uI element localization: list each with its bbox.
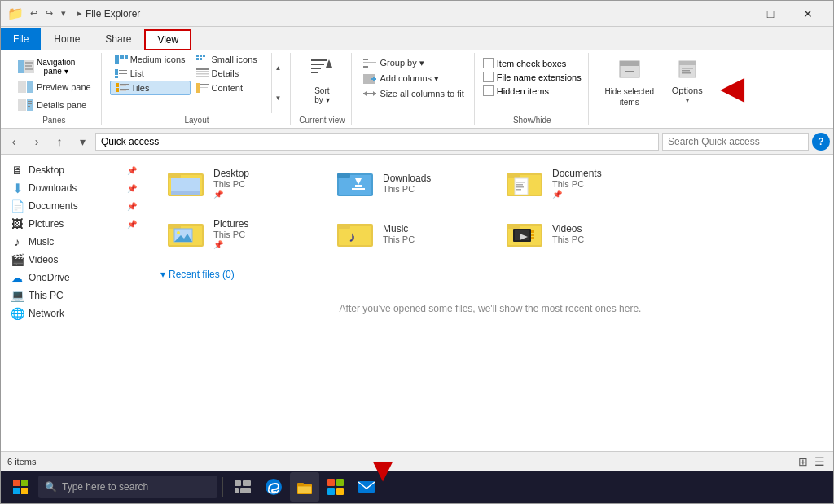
folder-downloads[interactable]: Downloads This PC [330, 161, 493, 205]
tab-share[interactable]: Share [93, 28, 143, 50]
item-check-boxes-checkbox[interactable] [483, 58, 494, 68]
search-input[interactable] [662, 133, 809, 151]
svg-rect-76 [352, 188, 365, 190]
taskbar-search-bar[interactable]: 🔍 Type here to search [38, 476, 217, 498]
layout-group: Medium icons Small icons List [103, 53, 292, 125]
details-toggle[interactable]: ☰ [813, 455, 827, 468]
list-button[interactable]: List [110, 67, 191, 80]
customize-toolbar-button[interactable]: ▾ [58, 7, 69, 20]
svg-rect-102 [531, 234, 534, 236]
up-button[interactable]: ↑ [50, 132, 69, 151]
sidebar-item-desktop[interactable]: 🖥 Desktop 📌 [1, 161, 147, 179]
sidebar-item-music[interactable]: ♪ Music [1, 233, 147, 251]
svg-rect-84 [516, 189, 521, 191]
forward-button[interactable]: › [27, 132, 46, 151]
small-icons-button[interactable]: Small icons [191, 53, 272, 66]
sidebar-item-downloads[interactable]: ⬇ Downloads 📌 [1, 179, 147, 197]
recent-files-label: Recent files (0) [169, 269, 235, 280]
folder-pictures[interactable]: Pictures This PC 📌 [160, 212, 323, 256]
svg-rect-38 [200, 84, 209, 85]
redo-button[interactable]: ↪ [42, 7, 56, 20]
panes-group-label: Panes [14, 113, 94, 125]
undo-button[interactable]: ↩ [27, 7, 41, 20]
svg-rect-108 [235, 480, 241, 486]
folder-music[interactable]: ♪ Music This PC [330, 212, 493, 256]
sidebar-item-documents[interactable]: 📄 Documents 📌 [1, 197, 147, 215]
content-label: Content [212, 83, 244, 93]
sidebar-item-onedrive-label: OneDrive [29, 272, 70, 283]
address-input[interactable] [95, 133, 659, 151]
downloads-icon: ⬇ [11, 182, 24, 195]
large-icons-toggle[interactable]: ⊞ [797, 455, 810, 468]
layout-expand[interactable]: ▲ ▼ [271, 53, 283, 113]
preview-pane-button[interactable]: Preview pane [14, 79, 94, 95]
status-bar: 6 items ⊞ ☰ [1, 451, 833, 471]
taskbar-app-file-explorer[interactable] [290, 472, 319, 502]
sort-by-button[interactable]: Sortby ▾ [301, 53, 342, 107]
svg-rect-104 [13, 480, 20, 486]
details-pane-button[interactable]: Details pane [14, 97, 94, 113]
hide-selected-button[interactable]: Hide selected items [597, 53, 662, 111]
window-title: File Explorer [86, 8, 714, 20]
tab-file[interactable]: File [1, 28, 41, 50]
sidebar-item-desktop-label: Desktop [29, 164, 64, 176]
minimize-button[interactable]: — [714, 2, 752, 26]
svg-rect-44 [311, 72, 318, 73]
taskbar-search-text: Type here to search [62, 481, 148, 493]
medium-icons-button[interactable]: Medium icons [110, 53, 191, 66]
item-check-boxes-label[interactable]: Item check boxes [483, 58, 582, 68]
recent-files-header[interactable]: ▾ Recent files (0) [160, 269, 820, 280]
sidebar-item-onedrive[interactable]: ☁ OneDrive [1, 269, 147, 287]
hidden-items-checkbox[interactable] [483, 85, 494, 96]
add-columns-button[interactable]: Add columns ▾ [360, 72, 467, 85]
tiles-button[interactable]: Tiles [110, 81, 191, 95]
folder-desktop[interactable]: Desktop This PC 📌 [160, 161, 323, 205]
svg-rect-79 [507, 173, 520, 178]
hidden-items-label[interactable]: Hidden items [483, 85, 582, 96]
taskbar-app-task-view[interactable] [228, 472, 257, 502]
details-button[interactable]: Details [191, 67, 272, 80]
taskbar-app-store[interactable] [321, 472, 350, 502]
svg-rect-21 [115, 69, 118, 72]
group-by-button[interactable]: Group by ▾ [360, 56, 467, 70]
tab-home[interactable]: Home [42, 28, 92, 50]
svg-rect-117 [327, 479, 335, 486]
recent-button[interactable]: ▾ [72, 132, 92, 151]
tab-view[interactable]: View [144, 29, 191, 50]
title-bar: 📁 ↩ ↪ ▾ ▸ File Explorer — □ ✕ [1, 1, 833, 27]
svg-rect-51 [367, 74, 371, 84]
svg-rect-105 [21, 480, 28, 486]
folder-downloads-icon [337, 167, 376, 199]
taskbar-app-edge[interactable] [259, 472, 288, 502]
sidebar-item-this-pc[interactable]: 💻 This PC [1, 287, 147, 305]
start-button[interactable] [4, 471, 37, 503]
content-button[interactable]: Content [191, 81, 272, 95]
folder-videos[interactable]: Videos This PC [499, 212, 662, 256]
ribbon: Navigationpane ▾ Preview pane Details pa… [1, 50, 833, 129]
folders-grid: Desktop This PC 📌 [160, 161, 820, 256]
this-pc-icon: 💻 [11, 289, 24, 302]
svg-rect-106 [13, 488, 20, 494]
file-name-extensions-checkbox[interactable] [483, 72, 494, 82]
tiles-label: Tiles [131, 83, 150, 93]
maximize-button[interactable]: □ [752, 2, 789, 26]
options-button[interactable]: Options ▾ [665, 53, 709, 107]
pictures-pin-icon: 📌 [127, 220, 137, 229]
svg-rect-97 [507, 224, 520, 229]
sidebar-item-pictures[interactable]: 🖼 Pictures 📌 [1, 215, 147, 233]
close-button[interactable]: ✕ [789, 2, 827, 26]
help-button[interactable]: ? [812, 133, 830, 151]
medium-icons-label: Medium icons [130, 55, 186, 64]
folder-downloads-name: Downloads [383, 173, 431, 184]
folder-documents[interactable]: Documents This PC 📌 [499, 161, 662, 205]
window-controls: — □ ✕ [714, 2, 827, 26]
file-name-extensions-label[interactable]: File name extensions [483, 72, 582, 82]
svg-text:♪: ♪ [349, 229, 356, 245]
back-button[interactable]: ‹ [4, 132, 24, 151]
svg-rect-75 [355, 185, 362, 187]
nav-pane-label: Navigationpane ▾ [37, 58, 75, 76]
navigation-pane-button[interactable]: Navigationpane ▾ [14, 56, 94, 77]
sidebar-item-videos[interactable]: 🎬 Videos [1, 251, 147, 269]
sidebar-item-network[interactable]: 🌐 Network [1, 305, 147, 322]
size-all-columns-button[interactable]: Size all columns to fit [360, 87, 467, 100]
